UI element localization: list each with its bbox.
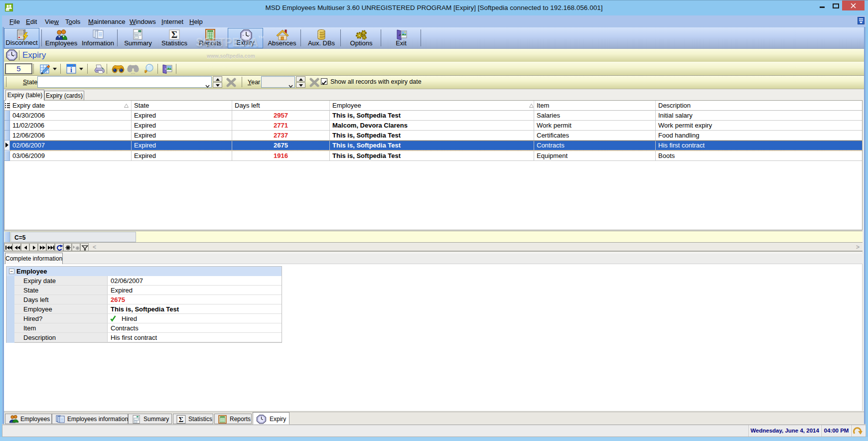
svg-text:i: i (70, 66, 72, 74)
svg-text:Σ: Σ (171, 29, 177, 40)
svg-text:Σ: Σ (179, 416, 184, 424)
